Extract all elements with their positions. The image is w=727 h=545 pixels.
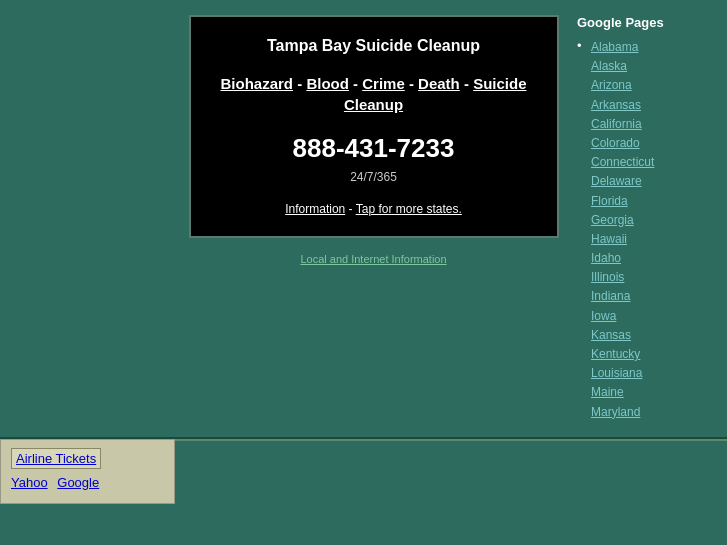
state-list-item: Kansas [577,326,717,345]
tap-more-states-link[interactable]: Tap for more states. [356,202,462,216]
bottom-right-panel [175,439,727,504]
search-links: Yahoo Google [11,475,164,490]
state-link-maine[interactable]: Maine [591,385,624,399]
state-list-item: Arizona [577,76,717,95]
blood-link[interactable]: Blood [306,75,349,92]
state-link-connecticut[interactable]: Connecticut [591,155,654,169]
local-info-link[interactable]: Local and Internet Information [300,253,446,265]
state-link-georgia[interactable]: Georgia [591,213,634,227]
state-link-arizona[interactable]: Arizona [591,78,632,92]
bottom-section: Airline Tickets Yahoo Google [0,437,727,504]
top-section: Tampa Bay Suicide Cleanup Biohazard - Bl… [0,0,727,427]
state-list-item: Iowa [577,307,717,326]
state-link-alabama[interactable]: Alabama [591,40,638,54]
state-list-item: Kentucky [577,345,717,364]
state-list-item: Indiana [577,287,717,306]
main-title: Tampa Bay Suicide Cleanup [221,37,527,55]
state-list-item: Alaska [577,57,717,76]
separator-3: - [409,75,418,92]
yahoo-link[interactable]: Yahoo [11,475,48,490]
google-pages-title: Google Pages [577,15,717,30]
death-link[interactable]: Death [418,75,460,92]
state-link-indiana[interactable]: Indiana [591,289,630,303]
separator-2: - [353,75,362,92]
state-link-california[interactable]: California [591,117,642,131]
info-link-line: Information - Tap for more states. [221,202,527,216]
biohazard-link[interactable]: Biohazard [221,75,294,92]
state-link-colorado[interactable]: Colorado [591,136,640,150]
main-subtitle: Biohazard - Blood - Crime - Death - Suic… [221,73,527,115]
information-link[interactable]: Information [285,202,345,216]
state-link-kentucky[interactable]: Kentucky [591,347,640,361]
center-area: Tampa Bay Suicide Cleanup Biohazard - Bl… [180,10,567,422]
left-area [10,10,170,422]
google-link[interactable]: Google [57,475,99,490]
state-list-item: Delaware [577,172,717,191]
main-info-box: Tampa Bay Suicide Cleanup Biohazard - Bl… [189,15,559,238]
local-info-section: Local and Internet Information [300,253,446,265]
state-link-kansas[interactable]: Kansas [591,328,631,342]
state-list-item: Louisiana [577,364,717,383]
separator-1: - [297,75,306,92]
airline-tickets-link[interactable]: Airline Tickets [11,448,101,469]
state-list-item: Hawaii [577,230,717,249]
state-link-alaska[interactable]: Alaska [591,59,627,73]
phone-number[interactable]: 888-431-7233 [221,133,527,164]
state-link-idaho[interactable]: Idaho [591,251,621,265]
hours-text: 24/7/365 [221,170,527,184]
state-list-item: Alabama [577,38,717,57]
separator-4: - [464,75,473,92]
state-list-item: Florida [577,192,717,211]
state-link-iowa[interactable]: Iowa [591,309,616,323]
state-link-arkansas[interactable]: Arkansas [591,98,641,112]
crime-link[interactable]: Crime [362,75,405,92]
state-link-hawaii[interactable]: Hawaii [591,232,627,246]
state-list-item: Maryland [577,403,717,422]
page-wrapper: Tampa Bay Suicide Cleanup Biohazard - Bl… [0,0,727,545]
bottom-left-panel: Airline Tickets Yahoo Google [0,439,175,504]
state-list-item: Connecticut [577,153,717,172]
state-list-item: Illinois [577,268,717,287]
state-list-item: California [577,115,717,134]
google-pages-section: Google Pages AlabamaAlaskaArizonaArkansa… [577,10,717,422]
google-pages-list: AlabamaAlaskaArizonaArkansasCaliforniaCo… [577,38,717,422]
state-list-item: Maine [577,383,717,402]
state-link-illinois[interactable]: Illinois [591,270,624,284]
airline-tickets-wrapper: Airline Tickets [11,448,164,469]
state-list-item: Colorado [577,134,717,153]
state-link-delaware[interactable]: Delaware [591,174,642,188]
state-list-item: Idaho [577,249,717,268]
state-list-item: Arkansas [577,96,717,115]
state-list-item: Georgia [577,211,717,230]
state-link-louisiana[interactable]: Louisiana [591,366,642,380]
state-link-florida[interactable]: Florida [591,194,628,208]
info-separator: - [349,202,356,216]
state-link-maryland[interactable]: Maryland [591,405,640,419]
